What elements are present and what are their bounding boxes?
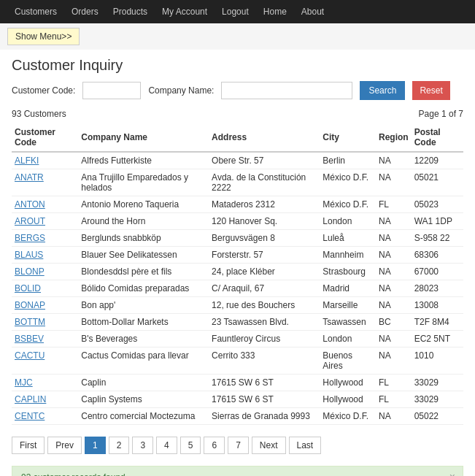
table-row: BOLIDBólido Comidas preparadasC/ Araquil… [12, 280, 463, 297]
table-cell: Fauntleroy Circus [209, 331, 320, 348]
table-cell: Blondesddsl père et fils [78, 264, 209, 280]
table-cell: México D.F. [320, 196, 376, 213]
table-cell: Mataderos 2312 [209, 196, 320, 213]
table-cell: Bon app' [78, 297, 209, 314]
pagination-page-1[interactable]: 1 [85, 437, 106, 454]
table-cell: Obere Str. 57 [209, 152, 320, 169]
table-cell: FL [376, 391, 412, 408]
customer-code-link[interactable]: BERGS [12, 230, 78, 247]
table-cell: Cerrito 333 [209, 348, 320, 375]
pagination-last[interactable]: Last [289, 437, 322, 454]
close-status-button[interactable]: × [449, 471, 455, 476]
pagination-page-4[interactable]: 4 [156, 437, 177, 454]
customers-table: Customer CodeCompany NameAddressCityRegi… [12, 123, 463, 425]
search-button[interactable]: Search [360, 81, 405, 100]
table-cell: Hollywood [320, 375, 376, 391]
table-cell: NA [376, 247, 412, 264]
table-cell: Strasbourg [320, 264, 376, 280]
table-cell: Berglunds snabbköp [78, 230, 209, 247]
pagination-page-2[interactable]: 2 [109, 437, 130, 454]
customer-code-link[interactable]: ANATR [12, 169, 78, 196]
table-cell: 12, rue des Bouchers [209, 297, 320, 314]
customer-code-link[interactable]: AROUT [12, 213, 78, 230]
table-cell: Caplin [78, 375, 209, 391]
table-cell: FL [376, 196, 412, 213]
page-title: Customer Inquiry [12, 50, 463, 74]
table-cell: NA [376, 297, 412, 314]
table-cell: S-958 22 [412, 230, 463, 247]
customer-code-link[interactable]: BLONP [12, 264, 78, 280]
table-cell: Around the Horn [78, 213, 209, 230]
nav-item-products[interactable]: Products [106, 0, 155, 23]
customer-code-link[interactable]: MJC [12, 375, 78, 391]
table-cell: 24, place Kléber [209, 264, 320, 280]
reset-button[interactable]: Reset [412, 81, 449, 100]
table-cell: Centro comercial Moctezuma [78, 408, 209, 425]
nav-item-orders[interactable]: Orders [64, 0, 106, 23]
table-cell: Sierras de Granada 9993 [209, 408, 320, 425]
table-cell: NA [376, 152, 412, 169]
page-info: Page 1 of 7 [419, 109, 463, 119]
col-header-company-name: Company Name [78, 123, 209, 152]
table-cell: Mannheim [320, 247, 376, 264]
table-cell: 12209 [412, 152, 463, 169]
table-cell: NA [376, 213, 412, 230]
nav-item-customers[interactable]: Customers [7, 0, 64, 23]
pagination-page-3[interactable]: 3 [132, 437, 153, 454]
table-cell: EC2 5NT [412, 331, 463, 348]
table-cell: 13008 [412, 297, 463, 314]
company-name-input[interactable] [221, 82, 352, 99]
col-header-customer-code: Customer Code [12, 123, 78, 152]
table-cell: Caplin Systems [78, 391, 209, 408]
table-cell: NA [376, 264, 412, 280]
customer-code-link[interactable]: BSBEV [12, 331, 78, 348]
table-cell: Avda. de la Constitución 2222 [209, 169, 320, 196]
customer-code-link[interactable]: CENTC [12, 408, 78, 425]
customer-code-link[interactable]: ANTON [12, 196, 78, 213]
customer-code-link[interactable]: BOLID [12, 280, 78, 297]
customer-code-link[interactable]: CACTU [12, 348, 78, 375]
customer-code-link[interactable]: ALFKI [12, 152, 78, 169]
status-message: 93 customer records found. [21, 472, 128, 476]
table-row: ANATRAna Trujillo Emparedados y heladosA… [12, 169, 463, 196]
table-cell: Alfreds Futterkiste [78, 152, 209, 169]
customer-code-link[interactable]: BONAP [12, 297, 78, 314]
table-cell: Buenos Aires [320, 348, 376, 375]
table-cell: NA [376, 348, 412, 375]
pagination-page-6[interactable]: 6 [204, 437, 225, 454]
table-cell: London [320, 213, 376, 230]
table-row: ANTONAntonio Moreno TaqueriaMataderos 23… [12, 196, 463, 213]
table-cell: B's Beverages [78, 331, 209, 348]
col-header-region: Region [376, 123, 412, 152]
pagination-prev[interactable]: Prev [47, 437, 82, 454]
pagination-page-7[interactable]: 7 [228, 437, 249, 454]
customer-code-link[interactable]: CAPLIN [12, 391, 78, 408]
navigation: CustomersOrdersProductsMy AccountLogoutH… [0, 0, 475, 23]
customer-code-link[interactable]: BLAUS [12, 247, 78, 264]
nav-item-home[interactable]: Home [256, 0, 294, 23]
show-menu-button[interactable]: Show Menu>> [7, 28, 80, 45]
table-row: CENTCCentro comercial MoctezumaSierras d… [12, 408, 463, 425]
table-cell: 05021 [412, 169, 463, 196]
table-cell: WA1 1DP [412, 213, 463, 230]
show-menu-label: Show Menu>> [15, 31, 72, 42]
table-cell: 17615 SW 6 ST [209, 375, 320, 391]
table-cell: Forsterstr. 57 [209, 247, 320, 264]
table-row: CAPLINCaplin Systems17615 SW 6 STHollywo… [12, 391, 463, 408]
customer-count: 93 Customers [12, 109, 66, 119]
table-cell: NA [376, 408, 412, 425]
pagination-first[interactable]: First [12, 437, 45, 454]
table-cell: Berguvsvägen 8 [209, 230, 320, 247]
table-meta: 93 Customers Page 1 of 7 [12, 109, 463, 119]
table-body: ALFKIAlfreds FutterkisteObere Str. 57Ber… [12, 152, 463, 425]
customer-code-input[interactable] [82, 82, 141, 99]
table-cell: 33029 [412, 375, 463, 391]
pagination-page-5[interactable]: 5 [180, 437, 201, 454]
nav-item-about[interactable]: About [294, 0, 331, 23]
nav-item-logout[interactable]: Logout [215, 0, 256, 23]
customer-code-link[interactable]: BOTTM [12, 314, 78, 331]
nav-item-my-account[interactable]: My Account [155, 0, 215, 23]
col-header-postal-code: Postal Code [412, 123, 463, 152]
pagination-next[interactable]: Next [252, 437, 286, 454]
table-row: ALFKIAlfreds FutterkisteObere Str. 57Ber… [12, 152, 463, 169]
